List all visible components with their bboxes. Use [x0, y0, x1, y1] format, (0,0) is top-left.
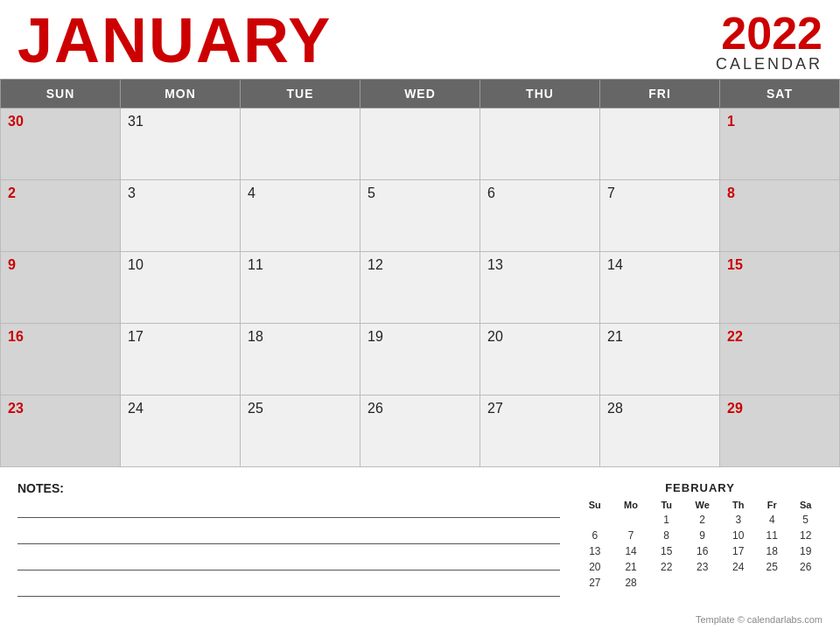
calendar-cell: [600, 108, 720, 180]
mini-cal-day: 19: [788, 543, 822, 559]
day-number: 5: [368, 186, 375, 200]
mini-cal-day: 13: [578, 543, 612, 559]
day-number: 12: [368, 257, 383, 272]
day-number: 20: [487, 329, 503, 344]
mini-cal-day: 4: [755, 512, 788, 528]
mini-cal-day: [612, 512, 650, 528]
header-sun: SUN: [1, 80, 121, 108]
days-header-row: SUN MON TUE WED THU FRI SAT: [1, 80, 840, 108]
mini-cal-header: Su: [578, 498, 612, 512]
mini-cal-day: 18: [755, 543, 788, 559]
day-number: 11: [248, 257, 263, 272]
calendar-grid: SUN MON TUE WED THU FRI SAT 303112345678…: [0, 79, 840, 467]
calendar-cell: 3: [121, 180, 241, 252]
notes-lines: [18, 504, 560, 597]
year-section: 2022 CALENDAR: [716, 10, 822, 72]
day-number: 31: [128, 114, 144, 129]
mini-cal-header: Mo: [612, 498, 650, 512]
day-number: 30: [8, 114, 24, 129]
day-number: 13: [487, 257, 503, 272]
month-title: JANUARY: [18, 9, 332, 72]
calendar-cell: 7: [600, 180, 720, 252]
day-number: 8: [727, 186, 735, 200]
calendar-cell: [241, 108, 360, 180]
mini-calendar-table: SuMoTuWeThFrSa 1234567891011121314151617…: [578, 498, 822, 591]
calendar-week-1: 30311: [1, 108, 840, 180]
mini-cal-day: [683, 575, 722, 591]
calendar-cell: 8: [720, 180, 840, 252]
notes-line-4[interactable]: [18, 583, 560, 597]
mini-cal-day: 7: [612, 528, 650, 543]
mini-cal-day: 2: [683, 512, 722, 528]
mini-cal-day: 15: [650, 543, 683, 559]
day-number: 1: [727, 114, 735, 129]
calendar-cell: 16: [1, 324, 121, 396]
mini-cal-week: 12345: [578, 512, 822, 528]
day-number: 22: [727, 329, 743, 344]
calendar-cell: 23: [1, 396, 121, 467]
calendar-cell: 1: [720, 108, 840, 180]
calendar-cell: 30: [1, 108, 121, 180]
calendar-cell: 17: [121, 324, 241, 396]
calendar-cell: 29: [720, 396, 840, 467]
mini-cal-day: 20: [578, 559, 612, 575]
calendar-week-2: 2345678: [1, 180, 840, 252]
calendar-cell: 31: [121, 108, 241, 180]
day-number: 16: [8, 329, 24, 344]
calendar-cell: 5: [360, 180, 480, 252]
mini-cal-day: 16: [683, 543, 722, 559]
mini-cal-day: 26: [788, 559, 822, 575]
mini-cal-day: 12: [788, 528, 822, 543]
calendar-cell: 28: [600, 396, 720, 467]
calendar-cell: 21: [600, 324, 720, 396]
mini-cal-day: 24: [722, 559, 756, 575]
calendar-cell: 24: [121, 396, 241, 467]
mini-cal-week: 2728: [578, 575, 822, 591]
day-number: 7: [607, 186, 615, 200]
mini-cal-day: 1: [650, 512, 683, 528]
mini-cal-day: 3: [722, 512, 756, 528]
calendar-cell: 2: [1, 180, 121, 252]
calendar-cell: 18: [241, 324, 360, 396]
day-number: 10: [128, 257, 144, 272]
mini-cal-day: 8: [650, 528, 683, 543]
calendar-cell: 27: [480, 396, 600, 467]
calendar-cell: 12: [360, 252, 480, 324]
day-number: 2: [8, 186, 16, 200]
mini-calendar-title: FEBRUARY: [578, 481, 822, 494]
notes-line-2[interactable]: [18, 530, 560, 544]
day-number: 18: [248, 329, 263, 344]
calendar-cell: 4: [241, 180, 360, 252]
day-number: 21: [607, 329, 623, 344]
header: JANUARY 2022 CALENDAR: [0, 0, 840, 79]
calendar-cell: 6: [480, 180, 600, 252]
mini-cal-day: 22: [650, 559, 683, 575]
page: JANUARY 2022 CALENDAR SUN MON TUE WED TH…: [0, 0, 840, 630]
day-number: 23: [8, 401, 24, 416]
header-sat: SAT: [720, 80, 840, 108]
footer-text: Template © calendarlabs.com: [696, 614, 822, 625]
header-mon: MON: [121, 80, 241, 108]
day-number: 9: [8, 257, 16, 272]
day-number: 4: [248, 186, 256, 200]
mini-cal-day: [650, 575, 683, 591]
mini-cal-day: 25: [755, 559, 788, 575]
notes-line-3[interactable]: [18, 556, 560, 570]
calendar-week-3: 9101112131415: [1, 252, 840, 324]
mini-cal-header: Fr: [755, 498, 788, 512]
calendar-label: CALENDAR: [716, 56, 822, 72]
day-number: 24: [128, 401, 144, 416]
mini-cal-week: 20212223242526: [578, 559, 822, 575]
mini-cal-header: Tu: [650, 498, 683, 512]
day-number: 17: [128, 329, 144, 344]
day-number: 6: [487, 186, 495, 200]
day-number: 25: [248, 401, 263, 416]
day-number: 27: [487, 401, 503, 416]
mini-cal-header: Sa: [788, 498, 822, 512]
notes-line-1[interactable]: [18, 504, 560, 518]
calendar-cell: 14: [600, 252, 720, 324]
bottom-section: NOTES: FEBRUARY SuMoTuWeThFrSa 123456789…: [0, 471, 840, 604]
calendar-cell: 13: [480, 252, 600, 324]
mini-cal-day: [578, 512, 612, 528]
mini-cal-day: 6: [578, 528, 612, 543]
